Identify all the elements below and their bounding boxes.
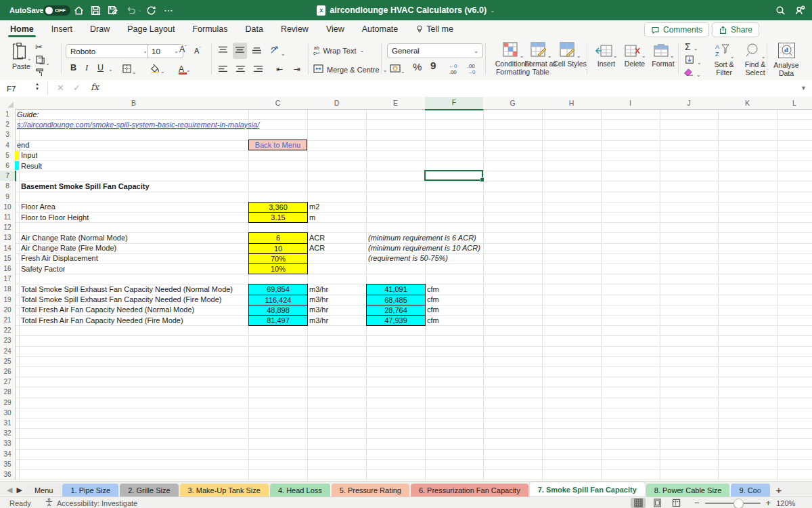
accounting-format-button[interactable]: ⌄ [390,64,405,76]
row-header-24[interactable]: 24 [0,346,16,357]
column-header-G[interactable]: G [483,97,543,110]
copy-button[interactable]: ⌄ [35,55,50,68]
cell-E15[interactable]: (requirement is 50-75%) [368,253,448,263]
underline-button[interactable]: U [97,63,104,72]
sheet-tab-menu[interactable]: Menu [26,484,62,497]
row-header-28[interactable]: 28 [0,387,16,398]
find-select-button[interactable]: ⌄ Find & Select [738,42,773,77]
row-header-21[interactable]: 21 [0,315,16,326]
tab-page-layout[interactable]: Page Layout [118,20,183,37]
row-header-17[interactable]: 17 [0,274,16,284]
cell-A1[interactable]: Guide: [17,109,39,119]
cell-C21[interactable]: 81,497 [248,315,308,326]
row-header-18[interactable]: 18 [0,284,16,295]
save-button[interactable] [90,0,102,20]
zoom-out-button[interactable]: − [694,498,700,508]
add-sheet-button[interactable]: + [775,484,782,496]
save-as-button[interactable] [107,0,118,20]
row-header-26[interactable]: 26 [0,366,16,377]
name-box-stepper[interactable]: ▲▼ [35,82,39,91]
cell-C10[interactable]: 3,360 [248,202,308,213]
merge-centre-button[interactable]: Merge & Centre⌄ [313,64,387,76]
font-size-select[interactable]: 10⌄ [147,44,183,58]
align-top-button[interactable] [218,45,228,58]
row-header-20[interactable]: 20 [0,305,16,316]
autosave-toggle[interactable]: OFF [43,0,70,20]
sheet-tab-1-pipe-size[interactable]: 1. Pipe Size [62,484,118,497]
sheet-tab-7-smoke-spill-fan-capacity[interactable]: 7. Smoke Spill Fan Capacity [530,482,645,497]
tab-formulas[interactable]: Formulas [183,20,236,37]
tab-tell-me[interactable]: Tell me [407,20,462,37]
spreadsheet-grid[interactable]: BCDEFGHIJKL12345678910111213141516171819… [0,97,812,481]
column-header-J[interactable]: J [660,97,719,110]
row-header-7[interactable]: 7 [0,171,16,182]
cell-B10[interactable]: Floor Area [21,202,55,212]
column-header-B[interactable]: B [19,97,249,110]
row-header-16[interactable]: 16 [0,263,16,274]
italic-button[interactable]: I [85,63,88,73]
sheet-tab-5-pressure-rating[interactable]: 5. Pressure Rating [332,484,409,497]
zoom-slider[interactable] [705,503,761,504]
row-header-35[interactable]: 35 [0,459,16,470]
row-header-27[interactable]: 27 [0,377,16,387]
cell-F18[interactable]: cfm [427,284,439,294]
wrap-text-button[interactable]: abc↩ Wrap Text⌄ [313,45,364,56]
cell-D13[interactable]: ACR [309,232,325,242]
sheet-tab-4-head-loss[interactable]: 4. Head Loss [270,484,330,497]
select-all-corner[interactable] [0,97,16,110]
back-to-menu-button[interactable]: Back to Menu [248,140,307,150]
cell-E18[interactable]: 41,091 [366,284,426,295]
row-header-22[interactable]: 22 [0,325,16,336]
cell-E14[interactable]: (minimum requirement is 10 ACR) [368,243,480,253]
decrease-font-size-button[interactable]: Aˇ [194,46,201,55]
row-header-10[interactable]: 10 [0,202,16,213]
align-left-button[interactable] [218,64,228,77]
tab-view[interactable]: View [317,20,353,37]
cell-D21[interactable]: m3/hr [309,315,328,325]
row-header-12[interactable]: 12 [0,222,16,233]
row-header-15[interactable]: 15 [0,253,16,264]
cell-C19[interactable]: 116,424 [248,295,308,305]
cell-D20[interactable]: m3/hr [309,305,328,315]
sheet-tab-3-make-up-tank-size[interactable]: 3. Make-Up Tank Size [180,484,269,497]
orientation-button[interactable]: ⌄ [269,44,286,58]
font-color-button[interactable]: A⌄ [179,62,191,75]
fill-color-button[interactable]: ⌄ [150,63,165,76]
undo-button[interactable]: ⌄ [125,0,142,20]
cell-B16[interactable]: Safety Factor [21,263,65,274]
format-cells-button[interactable]: ⌄ Format [648,44,678,68]
cut-button[interactable]: ✂ [35,42,43,52]
cell-F21[interactable]: cfm [427,315,439,325]
decrease-decimal-button[interactable]: .00→0 [467,64,475,76]
selected-cell-F7[interactable] [424,170,483,181]
expand-formula-bar-icon[interactable]: ▼ [800,85,807,91]
share-people-button[interactable] [794,0,806,20]
page-break-view-button[interactable] [669,498,683,508]
row-header-32[interactable]: 32 [0,428,16,439]
cell-B20[interactable]: Total Fresh Air Fan Capacity Needed (Nor… [21,305,194,315]
column-header-K[interactable]: K [718,97,777,110]
sheet-tab-9-coo[interactable]: 9. Coo [731,484,770,497]
search-button[interactable] [775,0,786,20]
cell-A4[interactable]: end [17,140,29,150]
next-sheet-arrow[interactable]: ▶ [16,486,22,494]
zoom-slider-thumb[interactable] [734,499,744,508]
row-header-14[interactable]: 14 [0,243,16,254]
cell-C20[interactable]: 48,898 [248,305,308,316]
align-bottom-button[interactable] [252,45,262,58]
cell-B14[interactable]: Air Change Rate (Fire Mode) [21,243,116,253]
normal-view-button[interactable] [631,498,646,508]
sheet-tab-2-grille-size[interactable]: 2. Grille Size [120,484,178,497]
row-header-13[interactable]: 13 [0,232,16,243]
align-center-button[interactable] [235,64,246,77]
confirm-entry-icon[interactable]: ✓ [73,83,81,93]
tab-data[interactable]: Data [236,20,271,37]
cell-A2[interactable]: s://aircondlounge.com/smoke-spill-system… [17,119,259,129]
delete-cells-button[interactable]: ⌄ Delete [620,44,650,68]
row-header-3[interactable]: 3 [0,129,16,140]
cell-C14[interactable]: 10 [248,243,308,254]
cell-D19[interactable]: m3/hr [309,295,328,305]
tab-draw[interactable]: Draw [81,20,118,37]
column-header-F[interactable]: F [425,97,484,110]
row-header-36[interactable]: 36 [0,469,16,480]
